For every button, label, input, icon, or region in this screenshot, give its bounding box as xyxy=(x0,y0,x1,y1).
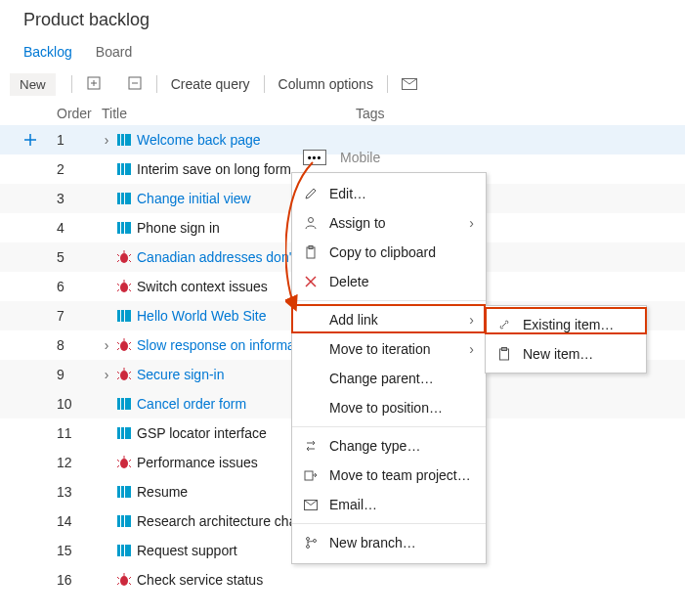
svg-line-44 xyxy=(129,372,131,374)
menu-change-type[interactable]: Change type… xyxy=(292,431,486,461)
svg-point-20 xyxy=(120,253,128,263)
menu-change-parent[interactable]: Change parent… xyxy=(292,364,486,393)
menu-label: New item… xyxy=(523,346,634,362)
row-actions-button[interactable]: ••• xyxy=(303,150,326,165)
expand-chevron-icon[interactable]: › xyxy=(102,367,111,382)
menu-move-iteration[interactable]: Move to iteration › xyxy=(292,334,486,364)
create-query-button[interactable]: Create query xyxy=(167,74,254,94)
menu-new-branch[interactable]: New branch… xyxy=(292,528,486,557)
order-value: 11 xyxy=(57,425,102,441)
collapse-all-button[interactable] xyxy=(123,73,147,95)
plus-icon[interactable] xyxy=(23,133,37,147)
order-value: 3 xyxy=(57,191,102,206)
svg-rect-67 xyxy=(125,545,131,556)
person-icon xyxy=(304,216,320,230)
menu-label: Change parent… xyxy=(329,371,474,386)
svg-rect-33 xyxy=(121,310,124,322)
pbi-icon xyxy=(117,486,131,498)
header-tags: Tags xyxy=(356,106,551,121)
item-title[interactable]: Request support xyxy=(137,543,237,558)
svg-rect-13 xyxy=(125,163,131,175)
item-title[interactable]: Secure sign-in xyxy=(137,367,225,382)
order-value: 7 xyxy=(57,308,102,324)
tab-board[interactable]: Board xyxy=(96,44,132,66)
branch-icon xyxy=(304,536,320,550)
svg-line-23 xyxy=(129,254,131,256)
menu-label: Existing item… xyxy=(523,317,634,332)
item-title[interactable]: Performance issues xyxy=(137,455,258,470)
item-title[interactable]: Interim save on long form xyxy=(137,161,291,177)
expand-chevron-icon[interactable]: › xyxy=(102,337,111,353)
svg-point-82 xyxy=(307,546,310,549)
svg-rect-63 xyxy=(121,515,124,527)
tag-value: Mobile xyxy=(340,150,380,165)
menu-move-team-project[interactable]: Move to team project… xyxy=(292,461,486,490)
svg-rect-50 xyxy=(117,427,120,439)
menu-separator xyxy=(292,426,486,427)
svg-line-22 xyxy=(117,254,119,256)
pbi-icon xyxy=(117,545,131,556)
svg-line-29 xyxy=(129,284,131,286)
item-title[interactable]: GSP locator interface xyxy=(137,425,267,441)
item-title[interactable]: Welcome back page xyxy=(137,132,261,148)
item-title[interactable]: Hello World Web Site xyxy=(137,308,267,324)
menu-delete[interactable]: Delete xyxy=(292,267,486,296)
order-value: 6 xyxy=(57,279,102,294)
bug-icon xyxy=(117,338,131,352)
order-value: 5 xyxy=(57,249,102,265)
expand-all-button[interactable] xyxy=(82,73,106,95)
new-button[interactable]: New xyxy=(10,73,56,96)
menu-email[interactable]: Email… xyxy=(292,490,486,519)
item-title[interactable]: Resume xyxy=(137,484,188,500)
order-value: 8 xyxy=(57,337,102,353)
expand-chevron-icon[interactable]: › xyxy=(102,132,111,148)
svg-rect-51 xyxy=(121,427,124,439)
column-options-button[interactable]: Column options xyxy=(275,74,377,94)
tab-backlog[interactable]: Backlog xyxy=(23,44,72,66)
item-title[interactable]: Check service status xyxy=(137,572,263,588)
svg-point-35 xyxy=(120,341,128,351)
plus-box-icon xyxy=(86,75,102,91)
menu-edit[interactable]: Edit… xyxy=(292,179,486,208)
svg-point-41 xyxy=(120,371,128,380)
menu-copy[interactable]: Copy to clipboard xyxy=(292,238,486,267)
menu-label: Move to team project… xyxy=(329,467,474,483)
order-value: 12 xyxy=(57,455,102,470)
svg-line-39 xyxy=(117,348,119,350)
item-title[interactable]: Switch context issues xyxy=(137,279,268,294)
order-value: 1 xyxy=(57,132,102,148)
swap-icon xyxy=(304,439,320,453)
menu-assign-to[interactable]: Assign to › xyxy=(292,208,486,238)
context-menu: Edit… Assign to › Copy to clipboard Dele… xyxy=(291,172,487,564)
menu-label: Change type… xyxy=(329,438,474,454)
menu-separator xyxy=(292,523,486,524)
item-title[interactable]: Change initial view xyxy=(137,191,251,206)
svg-point-83 xyxy=(314,540,317,543)
mail-icon xyxy=(402,76,417,92)
svg-line-37 xyxy=(117,342,119,344)
menu-label: Move to iteration xyxy=(329,341,459,357)
menu-move-position[interactable]: Move to position… xyxy=(292,393,486,422)
table-row[interactable]: 16Check service status xyxy=(0,565,685,594)
email-button[interactable] xyxy=(398,74,421,95)
submenu-new-item[interactable]: New item… xyxy=(486,339,646,369)
svg-rect-32 xyxy=(117,310,120,322)
link-icon xyxy=(497,318,513,331)
svg-line-70 xyxy=(117,577,119,579)
submenu-existing-item[interactable]: Existing item… xyxy=(486,310,646,339)
svg-line-24 xyxy=(117,260,119,262)
item-title[interactable]: Phone sign in xyxy=(137,220,220,236)
svg-rect-19 xyxy=(125,222,131,234)
page-title: Product backlog xyxy=(0,0,685,38)
toolbar: New Create query Column options xyxy=(0,66,685,102)
svg-line-58 xyxy=(129,465,131,467)
menu-add-link[interactable]: Add link › xyxy=(292,305,486,334)
order-value: 13 xyxy=(57,484,102,500)
svg-line-28 xyxy=(117,284,119,286)
pbi-icon xyxy=(117,134,131,146)
order-value: 10 xyxy=(57,396,102,412)
item-title[interactable]: Slow response on informati… xyxy=(137,337,316,353)
chevron-right-icon: › xyxy=(469,215,474,231)
menu-label: Email… xyxy=(329,497,474,512)
item-title[interactable]: Cancel order form xyxy=(137,396,246,412)
